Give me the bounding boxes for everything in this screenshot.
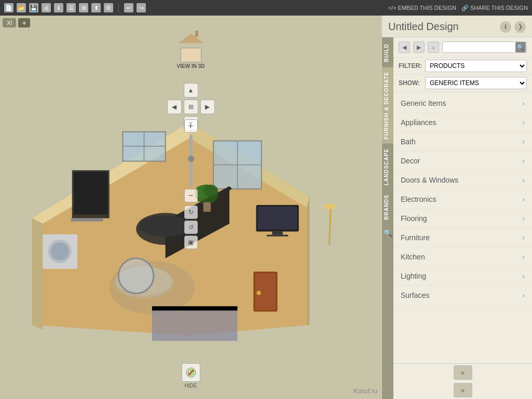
category-arrow: ›	[522, 233, 525, 242]
divider-1	[118, 3, 119, 12]
zoom-track[interactable]	[189, 135, 193, 187]
category-item-generic[interactable]: Generic Items ›	[393, 94, 532, 113]
undo-icon[interactable]: ↩	[124, 3, 133, 12]
rotate-cw-button[interactable]: ↻	[184, 205, 198, 219]
panel-header: Untitled Design ℹ ❯	[382, 16, 532, 37]
category-item-surfaces[interactable]: Surfaces ›	[393, 286, 532, 305]
svg-rect-41	[74, 172, 108, 214]
action-buttons: ↻ ↺ ▣	[184, 205, 198, 249]
print-icon[interactable]: 🖨	[42, 3, 51, 12]
category-item-appliances[interactable]: Appliances ›	[393, 113, 532, 132]
frame-button[interactable]: ▣	[184, 236, 198, 249]
expand-button[interactable]: ❯	[514, 21, 526, 33]
panel-main: ◀ ▶ ⌂ 🔍 FILTER: PRODUCTS	[393, 37, 532, 399]
category-arrow: ›	[522, 176, 525, 184]
redo-icon[interactable]: ↪	[137, 3, 146, 12]
vertical-tab-bar: BUILD FURNISH & DECORATE LANDSCAPE BRAND…	[382, 37, 393, 399]
category-label: Appliances	[401, 118, 436, 127]
vtab-brands[interactable]: BRANDS	[382, 190, 393, 224]
category-label: Furniture	[401, 233, 430, 242]
category-item-bath[interactable]: Bath ›	[393, 132, 532, 152]
forward-button[interactable]: ▶	[413, 42, 425, 53]
svg-point-39	[323, 204, 336, 209]
category-arrow: ›	[522, 118, 525, 127]
category-item-doors[interactable]: Doors & Windows ›	[393, 171, 532, 190]
category-item-lighting[interactable]: Lighting ›	[393, 267, 532, 286]
category-item-kitchen[interactable]: Kitchen ›	[393, 247, 532, 267]
export-icon[interactable]: ⬆	[91, 3, 101, 12]
category-arrow: ›	[522, 99, 525, 107]
hide-label: HIDE	[185, 383, 197, 389]
category-item-flooring[interactable]: Flooring ›	[393, 209, 532, 228]
category-label: Doors & Windows	[401, 176, 458, 184]
info-icon[interactable]: ℹ	[54, 3, 63, 12]
zoom-thumb[interactable]	[188, 156, 194, 162]
hide-button[interactable]: HIDE	[182, 363, 200, 389]
back-button[interactable]: ◀	[399, 42, 410, 53]
collapse-down-button[interactable]: »	[454, 383, 472, 397]
info-button[interactable]: ℹ	[500, 21, 511, 33]
share-button[interactable]: 🔗 SHARE THIS DESIGN	[461, 5, 528, 11]
search-input[interactable]	[442, 42, 527, 53]
rotate-ccw-button[interactable]: ↺	[184, 221, 198, 234]
list-icon[interactable]: ☰	[66, 3, 76, 12]
collapse-up-button[interactable]: «	[454, 365, 472, 380]
vtab-landscape[interactable]: LANDSCAPE	[382, 144, 393, 189]
new-icon[interactable]: 📄	[4, 3, 13, 12]
svg-point-26	[203, 185, 219, 197]
vtab-furnish[interactable]: FURNISH & DECORATE	[382, 67, 393, 144]
show-select[interactable]: GENERIC ITEMS	[425, 77, 527, 89]
svg-point-35	[51, 242, 69, 260]
embed-label: </> EMBED THIS DESIGN	[388, 5, 456, 11]
save-icon[interactable]: 💾	[29, 3, 38, 12]
zoom-controls: + − ↻ ↺ ▣	[184, 119, 198, 249]
category-label: Flooring	[401, 214, 427, 223]
svg-rect-42	[71, 218, 103, 222]
nav-middle-row: ◀ ⊞ ▶	[167, 100, 215, 114]
category-item-decor[interactable]: Decor ›	[393, 152, 532, 171]
view-3d-button[interactable]: VIEW IN 3D	[175, 34, 207, 69]
pan-up-button[interactable]: ▲	[184, 83, 198, 98]
canvas-area[interactable]: XI +	[0, 16, 381, 399]
main-layout: XI +	[0, 16, 532, 399]
svg-marker-3	[32, 218, 43, 331]
category-label: Bath	[401, 137, 416, 146]
vtab-build[interactable]: BUILD	[382, 39, 393, 66]
embed-button[interactable]: </> EMBED THIS DESIGN	[388, 5, 456, 11]
search-wrapper: 🔍	[442, 42, 527, 53]
view3d-label: VIEW IN 3D	[177, 63, 205, 69]
category-item-furniture[interactable]: Furniture ›	[393, 228, 532, 247]
filter-select[interactable]: PRODUCTS	[425, 60, 527, 72]
category-arrow: ›	[522, 272, 525, 280]
category-item-electronics[interactable]: Electronics ›	[393, 190, 532, 209]
svg-marker-37	[152, 306, 237, 310]
pan-right-button[interactable]: ▶	[200, 100, 215, 114]
house-icon	[175, 34, 207, 62]
layout-icon[interactable]: ⊞	[79, 3, 88, 12]
category-arrow: ›	[522, 195, 525, 203]
filter-label: FILTER:	[399, 62, 422, 70]
category-label: Lighting	[401, 272, 426, 280]
share-label: 🔗 SHARE THIS DESIGN	[461, 5, 528, 11]
search-submit-button[interactable]: 🔍	[515, 42, 526, 52]
category-label: Decor	[401, 157, 420, 165]
category-list: Generic Items › Appliances › Bath › Deco…	[393, 92, 532, 363]
open-icon[interactable]: 📂	[17, 3, 26, 12]
show-label: SHOW:	[399, 79, 422, 87]
svg-marker-36	[152, 306, 237, 341]
pan-left-button[interactable]: ◀	[167, 100, 182, 114]
fit-button[interactable]: ⊞	[184, 100, 198, 114]
panel-bottom: « »	[393, 363, 532, 399]
zoom-out-button[interactable]: −	[184, 189, 198, 202]
svg-rect-17	[258, 207, 297, 229]
svg-marker-4	[307, 197, 309, 325]
watermark: Koruf.ru	[353, 387, 377, 395]
search-tab-icon[interactable]: 🔍	[382, 227, 393, 239]
svg-line-38	[329, 208, 331, 245]
zoom-in-button[interactable]: +	[184, 119, 198, 133]
category-label: Kitchen	[401, 253, 425, 261]
settings-icon[interactable]: ⚙	[104, 3, 113, 12]
svg-rect-19	[267, 235, 288, 236]
svg-rect-18	[272, 231, 283, 235]
home-button[interactable]: ⌂	[428, 42, 439, 53]
